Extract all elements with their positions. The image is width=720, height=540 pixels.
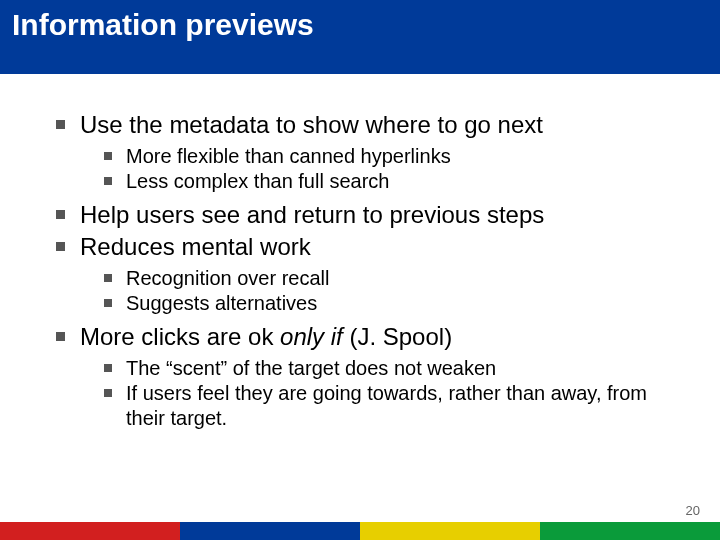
bullet-level2: More flexible than canned hyperlinks xyxy=(104,144,678,169)
bullet-level1: Use the metadata to show where to go nex… xyxy=(56,110,678,194)
slide-content: Use the metadata to show where to go nex… xyxy=(0,74,720,431)
bullet-level2: Suggests alternatives xyxy=(104,291,678,316)
bullet-level2: Less complex than full search xyxy=(104,169,678,194)
sub-bullet-list: The “scent” of the target does not weake… xyxy=(104,356,678,431)
stripe-red xyxy=(0,522,180,540)
bullet-level2: The “scent” of the target does not weake… xyxy=(104,356,678,381)
title-bar: Information previews xyxy=(0,0,720,74)
bullet-level1: Help users see and return to previous st… xyxy=(56,200,678,230)
bullet-level1: Reduces mental workRecognition over reca… xyxy=(56,232,678,316)
bullet-level1: More clicks are ok only if (J. Spool)The… xyxy=(56,322,678,431)
slide-title: Information previews xyxy=(12,8,708,42)
page-number: 20 xyxy=(686,503,700,518)
bullet-level2: If users feel they are going towards, ra… xyxy=(104,381,678,431)
stripe-green xyxy=(540,522,720,540)
stripe-yellow xyxy=(360,522,540,540)
sub-bullet-list: Recognition over recallSuggests alternat… xyxy=(104,266,678,316)
sub-bullet-list: More flexible than canned hyperlinksLess… xyxy=(104,144,678,194)
bullet-list: Use the metadata to show where to go nex… xyxy=(56,110,678,431)
footer-stripe xyxy=(0,522,720,540)
stripe-blue xyxy=(180,522,360,540)
bullet-level2: Recognition over recall xyxy=(104,266,678,291)
